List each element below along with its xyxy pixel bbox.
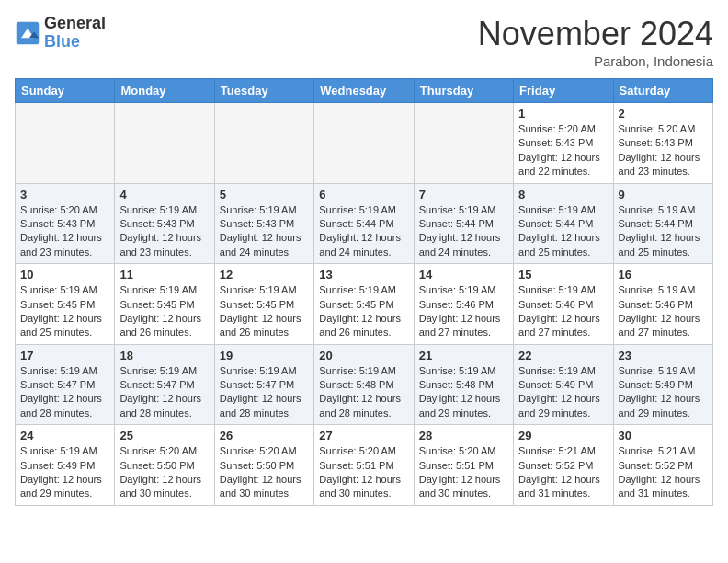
day-number: 28 (419, 429, 508, 442)
day-number: 9 (619, 188, 708, 201)
day-info: Sunrise: 5:20 AMSunset: 5:50 PMDaylight:… (119, 444, 209, 501)
day-number: 3 (20, 188, 109, 201)
day-info: Sunrise: 5:19 AMSunset: 5:44 PMDaylight:… (518, 203, 608, 260)
day-info: Sunrise: 5:20 AMSunset: 5:43 PMDaylight:… (619, 122, 708, 179)
day-info: Sunrise: 5:21 AMSunset: 5:52 PMDaylight:… (619, 444, 708, 501)
day-cell: 7Sunrise: 5:19 AMSunset: 5:44 PMDaylight… (414, 183, 513, 264)
weekday-friday: Friday (514, 79, 613, 103)
day-number: 10 (20, 268, 109, 282)
day-info: Sunrise: 5:19 AMSunset: 5:49 PMDaylight:… (518, 364, 608, 421)
day-cell: 13Sunrise: 5:19 AMSunset: 5:45 PMDayligh… (314, 264, 414, 345)
day-cell: 12Sunrise: 5:19 AMSunset: 5:45 PMDayligh… (214, 264, 313, 345)
day-cell: 15Sunrise: 5:19 AMSunset: 5:46 PMDayligh… (514, 264, 613, 345)
day-number: 12 (220, 268, 309, 282)
day-info: Sunrise: 5:19 AMSunset: 5:45 PMDaylight:… (20, 283, 109, 340)
week-row-4: 17Sunrise: 5:19 AMSunset: 5:47 PMDayligh… (16, 344, 713, 425)
day-number: 15 (518, 268, 608, 282)
day-info: Sunrise: 5:19 AMSunset: 5:44 PMDaylight:… (619, 203, 708, 260)
day-info: Sunrise: 5:19 AMSunset: 5:48 PMDaylight:… (419, 364, 508, 421)
day-number: 24 (20, 429, 109, 442)
day-cell: 25Sunrise: 5:20 AMSunset: 5:50 PMDayligh… (115, 425, 214, 506)
day-cell: 27Sunrise: 5:20 AMSunset: 5:51 PMDayligh… (314, 425, 414, 506)
day-cell: 11Sunrise: 5:19 AMSunset: 5:45 PMDayligh… (115, 264, 214, 345)
day-number: 6 (319, 188, 408, 201)
day-info: Sunrise: 5:19 AMSunset: 5:44 PMDaylight:… (319, 203, 408, 260)
day-cell: 17Sunrise: 5:19 AMSunset: 5:47 PMDayligh… (16, 344, 115, 425)
day-number: 14 (419, 268, 508, 282)
day-cell: 30Sunrise: 5:21 AMSunset: 5:52 PMDayligh… (613, 425, 712, 506)
day-cell: 21Sunrise: 5:19 AMSunset: 5:48 PMDayligh… (414, 344, 513, 425)
day-number: 4 (119, 188, 209, 201)
day-cell: 2Sunrise: 5:20 AMSunset: 5:43 PMDaylight… (613, 103, 712, 184)
day-cell: 6Sunrise: 5:19 AMSunset: 5:44 PMDaylight… (314, 183, 414, 264)
day-number: 11 (119, 268, 209, 282)
day-number: 13 (319, 268, 408, 282)
day-cell: 20Sunrise: 5:19 AMSunset: 5:48 PMDayligh… (314, 344, 414, 425)
day-number: 20 (319, 349, 408, 362)
day-cell (314, 103, 414, 184)
day-number: 29 (518, 429, 608, 442)
week-row-1: 1Sunrise: 5:20 AMSunset: 5:43 PMDaylight… (16, 103, 713, 184)
day-info: Sunrise: 5:19 AMSunset: 5:46 PMDaylight:… (419, 283, 508, 340)
day-cell: 8Sunrise: 5:19 AMSunset: 5:44 PMDaylight… (514, 183, 613, 264)
day-number: 16 (619, 268, 708, 282)
day-info: Sunrise: 5:19 AMSunset: 5:44 PMDaylight:… (419, 203, 508, 260)
weekday-monday: Monday (115, 79, 214, 103)
day-cell: 1Sunrise: 5:20 AMSunset: 5:43 PMDaylight… (514, 103, 613, 184)
day-info: Sunrise: 5:19 AMSunset: 5:45 PMDaylight:… (220, 283, 309, 340)
day-cell: 5Sunrise: 5:19 AMSunset: 5:43 PMDaylight… (214, 183, 313, 264)
day-info: Sunrise: 5:19 AMSunset: 5:45 PMDaylight:… (319, 283, 408, 340)
location: Parabon, Indonesia (478, 53, 713, 69)
day-number: 1 (518, 107, 608, 121)
day-number: 17 (20, 349, 109, 362)
day-info: Sunrise: 5:19 AMSunset: 5:47 PMDaylight:… (20, 364, 109, 421)
day-cell (214, 103, 313, 184)
page-header: General Blue November 2024 Parabon, Indo… (15, 15, 713, 69)
day-info: Sunrise: 5:19 AMSunset: 5:47 PMDaylight:… (220, 364, 309, 421)
weekday-tuesday: Tuesday (214, 79, 313, 103)
day-cell: 29Sunrise: 5:21 AMSunset: 5:52 PMDayligh… (514, 425, 613, 506)
month-title: November 2024 (478, 15, 713, 53)
day-info: Sunrise: 5:19 AMSunset: 5:43 PMDaylight:… (220, 203, 309, 260)
day-cell: 23Sunrise: 5:19 AMSunset: 5:49 PMDayligh… (613, 344, 712, 425)
day-number: 2 (619, 107, 708, 121)
day-info: Sunrise: 5:19 AMSunset: 5:46 PMDaylight:… (518, 283, 608, 340)
day-number: 25 (119, 429, 209, 442)
logo-icon (15, 20, 40, 46)
day-info: Sunrise: 5:20 AMSunset: 5:50 PMDaylight:… (220, 444, 309, 501)
day-info: Sunrise: 5:19 AMSunset: 5:43 PMDaylight:… (119, 203, 209, 260)
calendar-body: 1Sunrise: 5:20 AMSunset: 5:43 PMDaylight… (16, 103, 713, 506)
day-number: 23 (619, 349, 708, 362)
day-number: 7 (419, 188, 508, 201)
day-cell (16, 103, 115, 184)
day-info: Sunrise: 5:19 AMSunset: 5:49 PMDaylight:… (20, 444, 109, 501)
day-number: 8 (518, 188, 608, 201)
day-cell: 3Sunrise: 5:20 AMSunset: 5:43 PMDaylight… (16, 183, 115, 264)
day-cell (414, 103, 513, 184)
weekday-header-row: SundayMondayTuesdayWednesdayThursdayFrid… (16, 79, 713, 103)
day-info: Sunrise: 5:19 AMSunset: 5:45 PMDaylight:… (119, 283, 209, 340)
weekday-thursday: Thursday (414, 79, 513, 103)
week-row-3: 10Sunrise: 5:19 AMSunset: 5:45 PMDayligh… (16, 264, 713, 345)
day-info: Sunrise: 5:20 AMSunset: 5:43 PMDaylight:… (518, 122, 608, 179)
weekday-sunday: Sunday (16, 79, 115, 103)
day-cell (115, 103, 214, 184)
day-cell: 14Sunrise: 5:19 AMSunset: 5:46 PMDayligh… (414, 264, 513, 345)
day-number: 5 (220, 188, 309, 201)
calendar-table: SundayMondayTuesdayWednesdayThursdayFrid… (15, 78, 713, 506)
logo-text: General Blue (44, 15, 106, 52)
logo: General Blue (15, 15, 106, 52)
day-info: Sunrise: 5:20 AMSunset: 5:51 PMDaylight:… (319, 444, 408, 501)
day-info: Sunrise: 5:19 AMSunset: 5:48 PMDaylight:… (319, 364, 408, 421)
day-cell: 26Sunrise: 5:20 AMSunset: 5:50 PMDayligh… (214, 425, 313, 506)
day-info: Sunrise: 5:20 AMSunset: 5:43 PMDaylight:… (20, 203, 109, 260)
title-block: November 2024 Parabon, Indonesia (478, 15, 713, 69)
week-row-2: 3Sunrise: 5:20 AMSunset: 5:43 PMDaylight… (16, 183, 713, 264)
day-cell: 22Sunrise: 5:19 AMSunset: 5:49 PMDayligh… (514, 344, 613, 425)
day-cell: 10Sunrise: 5:19 AMSunset: 5:45 PMDayligh… (16, 264, 115, 345)
day-info: Sunrise: 5:19 AMSunset: 5:49 PMDaylight:… (619, 364, 708, 421)
week-row-5: 24Sunrise: 5:19 AMSunset: 5:49 PMDayligh… (16, 425, 713, 506)
day-info: Sunrise: 5:19 AMSunset: 5:47 PMDaylight:… (119, 364, 209, 421)
weekday-wednesday: Wednesday (314, 79, 414, 103)
day-cell: 16Sunrise: 5:19 AMSunset: 5:46 PMDayligh… (613, 264, 712, 345)
